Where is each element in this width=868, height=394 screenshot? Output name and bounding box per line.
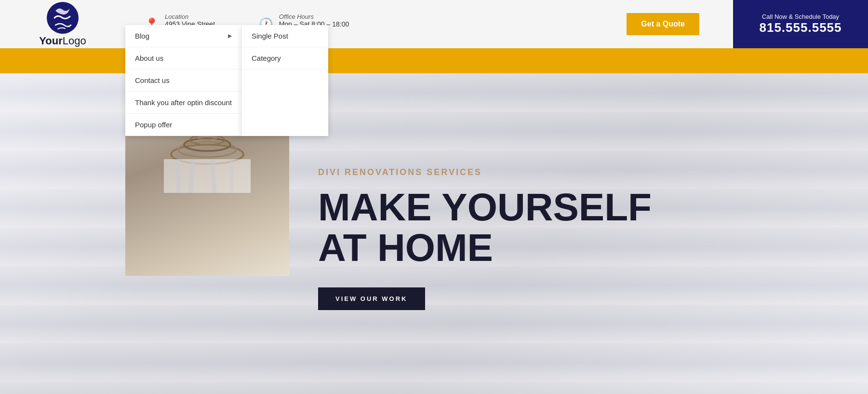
call-number: 815.555.5555: [759, 20, 841, 35]
logo-area: YourLogo: [0, 0, 125, 52]
location-label: Location: [165, 13, 230, 20]
blog-submenu-arrow: ▶: [228, 33, 232, 39]
dropdown-item-popup[interactable]: Popup offer: [125, 114, 241, 136]
hero-title: Make Yourself At Home: [318, 187, 652, 268]
dropdown-item-category[interactable]: Category: [242, 47, 328, 69]
call-area: Call Now & Schedule Today 815.555.5555: [733, 0, 868, 48]
hero-subtitle: Divi Renovations Services: [318, 167, 652, 177]
hero-title-line2: At Home: [318, 228, 652, 268]
dropdown-item-single-post[interactable]: Single Post: [242, 25, 328, 47]
pages-dropdown: Blog ▶ About us Contact us Thank you aft…: [125, 25, 328, 136]
hero-title-line1: Make Yourself: [318, 187, 652, 228]
quote-button[interactable]: Get a Quote: [627, 13, 699, 35]
pages-dropdown-primary: Blog ▶ About us Contact us Thank you aft…: [125, 25, 241, 136]
dropdown-item-about[interactable]: About us: [125, 47, 241, 69]
logo-icon: [46, 1, 80, 35]
dropdown-item-contact[interactable]: Contact us: [125, 69, 241, 92]
logo-text: YourLogo: [39, 35, 86, 47]
blog-submenu: Single Post Category: [241, 25, 328, 136]
hours-label: Office Hours: [279, 13, 349, 20]
hero-content: Divi Renovations Services Make Yourself …: [0, 73, 681, 394]
dropdown-item-blog[interactable]: Blog ▶: [125, 25, 241, 47]
hero-cta-button[interactable]: View Our Work: [318, 287, 425, 310]
dropdown-item-thankyou[interactable]: Thank you after optin discount: [125, 92, 241, 114]
call-label: Call Now & Schedule Today: [762, 13, 839, 20]
